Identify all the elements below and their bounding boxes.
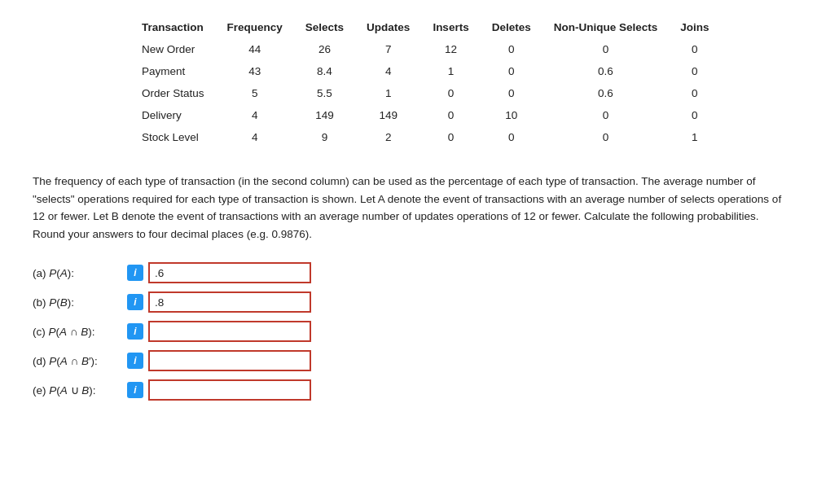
info-button-c[interactable]: i xyxy=(127,323,143,340)
table-cell: 26 xyxy=(294,38,355,60)
table-cell: 10 xyxy=(481,104,542,126)
col-header-non-unique-selects: Non-Unique Selects xyxy=(542,16,670,38)
table-cell: 7 xyxy=(355,38,421,60)
table-cell: New Order xyxy=(130,38,216,60)
qa-label-c: (c) P(A ∩ B): xyxy=(33,326,122,338)
table-row: Payment438.44100.60 xyxy=(130,60,720,82)
table-cell: 44 xyxy=(216,38,294,60)
problem-description: The frequency of each type of transactio… xyxy=(33,173,782,243)
table-row: Delivery414914901000 xyxy=(130,104,720,126)
qa-label-b: (b) P(B): xyxy=(33,296,122,309)
qa-input-d[interactable] xyxy=(148,350,311,371)
qa-label-d: (d) P(A ∩ B′): xyxy=(33,355,122,367)
table-cell: 9 xyxy=(294,126,355,148)
table-cell: 5 xyxy=(216,82,294,104)
table-header-row: Transaction Frequency Selects Updates In… xyxy=(130,16,720,38)
transaction-table-container: Transaction Frequency Selects Updates In… xyxy=(33,16,806,148)
qa-input-e[interactable] xyxy=(148,379,311,401)
table-cell: 0 xyxy=(481,126,542,148)
table-row: Stock Level4920001 xyxy=(130,126,720,148)
qa-input-c[interactable] xyxy=(148,321,311,342)
table-cell: 12 xyxy=(421,38,480,60)
qa-row-a: (a) P(A): i xyxy=(33,262,806,283)
table-cell: 0 xyxy=(421,82,480,104)
info-button-d[interactable]: i xyxy=(127,353,143,369)
table-row: Order Status55.51000.60 xyxy=(130,82,720,104)
table-cell: 0.6 xyxy=(542,82,670,104)
table-cell: 149 xyxy=(294,104,355,126)
table-cell: 0 xyxy=(669,82,720,104)
table-cell: 0 xyxy=(542,104,670,126)
col-header-transaction: Transaction xyxy=(130,16,216,38)
table-cell: 0 xyxy=(421,104,480,126)
table-cell: Delivery xyxy=(130,104,216,126)
col-header-selects: Selects xyxy=(294,16,355,38)
qa-label-e: (e) P(A ∪ B): xyxy=(33,383,122,397)
col-header-joins: Joins xyxy=(669,16,720,38)
table-cell: 8.4 xyxy=(294,60,355,82)
qa-section: (a) P(A): i (b) P(B): i (c) P(A ∩ B): i … xyxy=(33,262,806,401)
qa-row-d: (d) P(A ∩ B′): i xyxy=(33,350,806,371)
table-cell: 0 xyxy=(421,126,480,148)
table-cell: Order Status xyxy=(130,82,216,104)
table-cell: 2 xyxy=(355,126,421,148)
table-cell: 1 xyxy=(669,126,720,148)
qa-input-a[interactable] xyxy=(148,262,311,283)
col-header-updates: Updates xyxy=(355,16,421,38)
table-cell: 0.6 xyxy=(542,60,670,82)
col-header-inserts: Inserts xyxy=(421,16,480,38)
info-button-a[interactable]: i xyxy=(127,265,143,281)
table-cell: 43 xyxy=(216,60,294,82)
table-cell: 149 xyxy=(355,104,421,126)
table-cell: 0 xyxy=(669,104,720,126)
col-header-deletes: Deletes xyxy=(481,16,542,38)
table-cell: Payment xyxy=(130,60,216,82)
table-cell: 4 xyxy=(355,60,421,82)
table-cell: 1 xyxy=(355,82,421,104)
table-cell: 5.5 xyxy=(294,82,355,104)
table-cell: 1 xyxy=(421,60,480,82)
qa-row-b: (b) P(B): i xyxy=(33,291,806,313)
table-cell: 4 xyxy=(216,126,294,148)
table-cell: 0 xyxy=(481,60,542,82)
table-cell: Stock Level xyxy=(130,126,216,148)
info-button-b[interactable]: i xyxy=(127,294,143,310)
table-cell: 0 xyxy=(481,38,542,60)
table-cell: 0 xyxy=(669,60,720,82)
qa-label-a: (a) P(A): xyxy=(33,267,122,279)
table-cell: 0 xyxy=(542,126,670,148)
qa-row-c: (c) P(A ∩ B): i xyxy=(33,321,806,342)
col-header-frequency: Frequency xyxy=(216,16,294,38)
table-cell: 0 xyxy=(542,38,670,60)
qa-row-e: (e) P(A ∪ B): i xyxy=(33,379,806,401)
transaction-table: Transaction Frequency Selects Updates In… xyxy=(130,16,720,148)
info-button-e[interactable]: i xyxy=(127,382,143,398)
table-row: New Order4426712000 xyxy=(130,38,720,60)
table-cell: 0 xyxy=(669,38,720,60)
table-cell: 4 xyxy=(216,104,294,126)
qa-input-b[interactable] xyxy=(148,291,311,313)
table-cell: 0 xyxy=(481,82,542,104)
